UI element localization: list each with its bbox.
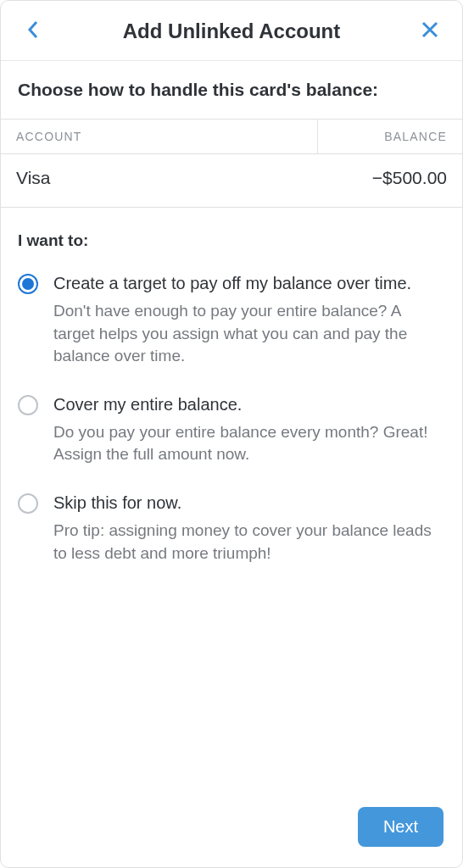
option-body: Skip this for now. Pro tip: assigning mo… [53,492,445,565]
chevron-left-icon [26,19,40,43]
option-skip[interactable]: Skip this for now. Pro tip: assigning mo… [18,483,445,581]
option-body: Create a target to pay off my balance ov… [53,272,445,368]
radio-button[interactable] [18,395,38,415]
option-body: Cover my entire balance. Do you pay your… [53,393,445,466]
close-button[interactable] [418,19,442,43]
option-description: Don't have enough to pay your entire bal… [53,300,445,368]
table-header: ACCOUNT BALANCE [1,120,462,154]
option-title: Cover my entire balance. [53,393,445,416]
content: Choose how to handle this card's balance… [1,61,462,792]
options-group: Create a target to pay off my balance ov… [1,264,462,581]
footer: Next [1,792,462,867]
table-row: Visa −$500.00 [1,154,462,207]
option-create-target[interactable]: Create a target to pay off my balance ov… [18,264,445,385]
account-name: Visa [16,168,303,188]
next-button[interactable]: Next [358,807,443,847]
close-icon [421,20,439,42]
intro-text: Choose how to handle this card's balance… [1,61,462,119]
option-description: Pro tip: assigning money to cover your b… [53,520,445,565]
back-button[interactable] [21,19,45,43]
radio-button[interactable] [18,493,38,514]
section-label: I want to: [1,208,462,264]
radio-button[interactable] [18,274,38,294]
account-balance: −$500.00 [303,168,447,188]
option-title: Create a target to pay off my balance ov… [53,272,445,295]
option-cover-balance[interactable]: Cover my entire balance. Do you pay your… [18,385,445,483]
option-title: Skip this for now. [53,492,445,515]
page-title: Add Unlinked Account [45,19,418,43]
column-balance: BALANCE [318,120,462,153]
column-account: ACCOUNT [1,120,318,153]
option-description: Do you pay your entire balance every mon… [53,421,445,466]
balance-table: ACCOUNT BALANCE Visa −$500.00 [1,119,462,208]
header: Add Unlinked Account [1,1,462,61]
